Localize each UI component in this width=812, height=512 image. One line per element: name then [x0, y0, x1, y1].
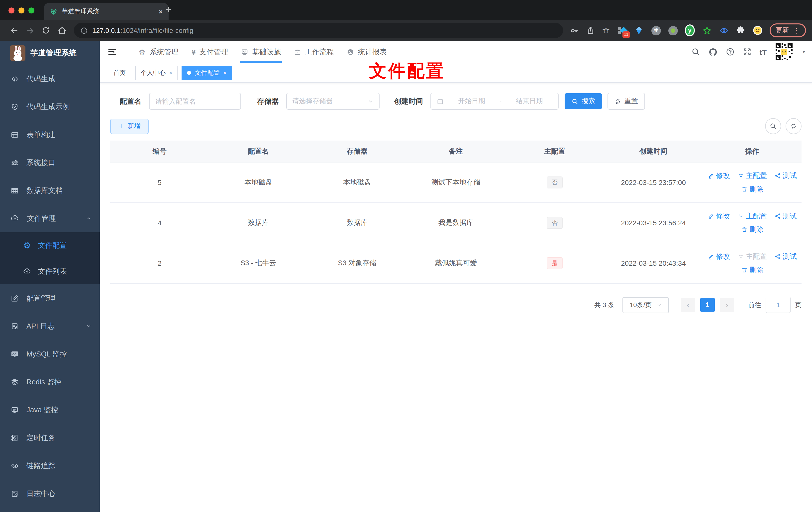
page-size-select[interactable]: 10条/页	[622, 297, 669, 313]
zoom-window-button[interactable]	[28, 7, 34, 13]
sidebar-item-tracing[interactable]: 链路追踪	[0, 452, 100, 480]
search-button[interactable]: 搜索	[564, 93, 602, 109]
browser-tab[interactable]: 芋道管理系统 ×	[44, 3, 169, 20]
next-page-button[interactable]: ›	[720, 298, 734, 312]
back-icon[interactable]	[6, 26, 22, 35]
current-page[interactable]: 1	[700, 298, 715, 312]
calendar-icon	[436, 97, 444, 105]
form-table-icon	[10, 130, 19, 139]
show-search-button[interactable]	[765, 118, 781, 134]
tab-title: 芋道管理系统	[62, 7, 154, 16]
extension-command-icon[interactable]: ⌘	[651, 25, 661, 35]
tag-file-config[interactable]: 文件配置×	[182, 65, 232, 80]
chevron-down-icon	[86, 323, 92, 329]
dashboard-gauge-icon	[347, 48, 354, 56]
sidebar-item-redis-monitor[interactable]: Redis 监控	[0, 368, 100, 396]
logo-avatar	[10, 45, 25, 61]
storage-select[interactable]: 请选择存储器	[286, 93, 380, 110]
sidebar-item-file-config[interactable]: ⚙ 文件配置	[0, 232, 100, 258]
test-link[interactable]: 测试	[774, 212, 797, 220]
delete-link[interactable]: 删除	[741, 185, 763, 194]
sidebar-group-file-management[interactable]: 文件管理	[0, 204, 100, 232]
nav-item-workflow[interactable]: 工作流程	[288, 41, 340, 63]
share-icon[interactable]	[586, 26, 595, 35]
forward-icon[interactable]	[22, 26, 38, 35]
fullscreen-icon[interactable]	[743, 48, 752, 56]
date-range-picker[interactable]: 开始日期 - 结束日期	[430, 93, 559, 110]
extension-grid-icon[interactable]: 11	[617, 25, 627, 35]
new-tab-button[interactable]: +	[166, 4, 171, 16]
extensions-puzzle-icon[interactable]	[736, 25, 746, 35]
add-button[interactable]: 新增	[110, 118, 149, 134]
github-icon[interactable]	[708, 47, 718, 57]
close-window-button[interactable]	[8, 7, 14, 13]
close-icon[interactable]: ×	[223, 70, 227, 76]
app-window: 芋道管理系统 代码生成 代码生成示例 表单构建 系统接口 数据库文档	[0, 41, 812, 512]
active-dot	[187, 71, 191, 75]
screen: 芋道管理系统 × + 127.0.0.1:1024/infra/file/fil…	[0, 0, 812, 512]
code-icon	[10, 74, 19, 83]
test-link[interactable]: 测试	[774, 171, 797, 180]
home-icon[interactable]	[54, 26, 70, 35]
font-size-icon[interactable]: tT	[760, 48, 766, 56]
nav-item-system[interactable]: ⚙ 系统管理	[132, 41, 185, 63]
sidebar-item-system-api[interactable]: 系统接口	[0, 149, 100, 177]
avatar-caret-icon[interactable]: ▼	[802, 49, 806, 54]
sidebar-group-api-log[interactable]: API 日志	[0, 312, 100, 340]
goto-page-input[interactable]	[765, 297, 790, 313]
sidebar-item-log-center[interactable]: 日志中心	[0, 480, 100, 508]
sidebar-item-form-builder[interactable]: 表单构建	[0, 121, 100, 149]
collapse-sidebar-icon[interactable]	[107, 47, 117, 57]
delete-link[interactable]: 删除	[741, 225, 763, 234]
edit-link[interactable]: 修改	[707, 252, 730, 261]
sidebar-item-code-demo[interactable]: 代码生成示例	[0, 93, 100, 121]
tag-home[interactable]: 首页	[108, 65, 131, 80]
master-config-link[interactable]: 主配置	[737, 212, 767, 220]
bookmark-star-icon[interactable]: ☆	[602, 26, 610, 35]
help-icon[interactable]	[726, 48, 735, 56]
master-config-link[interactable]: 主配置	[737, 171, 767, 180]
reload-icon[interactable]	[38, 26, 54, 35]
nav-item-infrastructure[interactable]: 基础设施	[235, 41, 288, 63]
extension-gem-icon[interactable]	[634, 25, 644, 35]
refresh-table-button[interactable]	[786, 118, 802, 134]
prev-page-button[interactable]: ‹	[681, 298, 695, 312]
reset-button[interactable]: 重置	[608, 93, 645, 110]
minimize-window-button[interactable]	[19, 7, 24, 13]
sidebar-item-file-list[interactable]: 文件列表	[0, 258, 100, 284]
close-icon[interactable]: ×	[169, 70, 172, 76]
sidebar-item-mysql-monitor[interactable]: MySQL 监控	[0, 340, 100, 368]
sidebar-item-code-generate[interactable]: 代码生成	[0, 65, 100, 93]
browser-menu-icon[interactable]: ⋮	[793, 26, 800, 34]
extension-star-icon[interactable]	[702, 25, 712, 35]
col-master: 主配置	[505, 141, 604, 162]
extension-y-icon[interactable]: y	[685, 25, 695, 35]
browser-update-button[interactable]: 更新 ⋮	[770, 24, 806, 37]
test-link[interactable]: 测试	[774, 252, 797, 261]
edit-link[interactable]: 修改	[707, 171, 730, 180]
search-icon[interactable]	[691, 48, 700, 56]
site-info-icon[interactable]	[80, 27, 88, 34]
edit-square-icon	[10, 294, 19, 302]
edit-link[interactable]: 修改	[707, 212, 730, 220]
delete-link[interactable]: 删除	[741, 266, 763, 274]
password-key-icon[interactable]	[570, 26, 579, 35]
cloud-download-icon	[10, 214, 20, 223]
sidebar-item-scheduled-tasks[interactable]: 定时任务	[0, 424, 100, 452]
nav-item-payment[interactable]: ¥ 支付管理	[185, 41, 235, 63]
url-bar[interactable]: 127.0.0.1:1024/infra/file/file-config	[74, 23, 563, 38]
extension-emoji-icon[interactable]	[753, 25, 763, 35]
sidebar-item-java-monitor[interactable]: Java 监控	[0, 396, 100, 424]
sidebar-item-config-management[interactable]: 配置管理	[0, 284, 100, 312]
sidebar-item-db-doc[interactable]: 数据库文档	[0, 177, 100, 204]
tab-close-icon[interactable]: ×	[159, 8, 163, 15]
extension-eye-icon[interactable]	[719, 25, 729, 35]
top-nav: ⚙ 系统管理 ¥ 支付管理 基础设施 工作流程	[132, 41, 393, 63]
browser-toolbar: 127.0.0.1:1024/infra/file/file-config ☆ …	[0, 20, 812, 41]
avatar-qr[interactable]	[775, 42, 793, 61]
master-config-link[interactable]: 主配置	[737, 252, 767, 261]
extension-dot-icon[interactable]	[668, 25, 678, 35]
tag-profile[interactable]: 个人中心×	[135, 65, 178, 80]
goto-page: 前往 页	[748, 297, 802, 313]
config-name-input[interactable]	[149, 93, 241, 110]
